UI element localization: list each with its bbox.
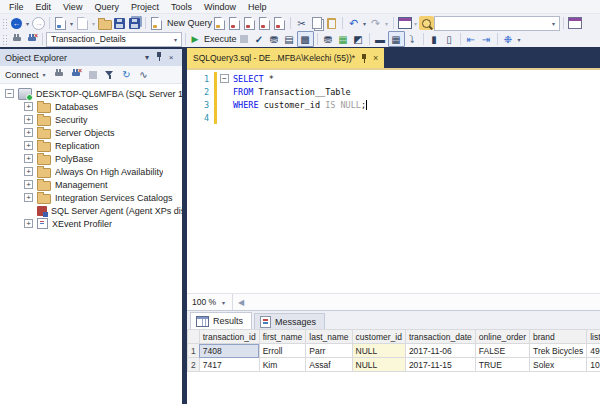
menu-window[interactable]: Window — [198, 2, 242, 12]
tree-item-management[interactable]: +Management — [0, 178, 182, 191]
results-grid[interactable]: transaction_idfirst_namelast_namecustome… — [187, 329, 600, 372]
properties-window-button[interactable] — [567, 16, 582, 30]
tree-item-replication[interactable]: +Replication — [0, 139, 182, 152]
collapse-expander-icon[interactable]: − — [5, 89, 14, 98]
grid-cell[interactable]: Parr — [306, 344, 352, 358]
column-header-transaction_date[interactable]: transaction_date — [405, 330, 475, 344]
stop-button[interactable] — [87, 68, 99, 82]
new-query-button[interactable] — [149, 16, 164, 30]
expand-icon[interactable]: + — [24, 115, 33, 124]
grid-cell[interactable]: FALSE — [475, 344, 529, 358]
grid-cell[interactable]: 1024.66 — [587, 358, 600, 372]
search-combo[interactable]: ▾ — [434, 16, 560, 31]
tree-item-server[interactable]: − DESKTOP-QL6MFBA (SQL Server 15.0.2095. — [0, 87, 182, 100]
client-stats-button[interactable]: ◩ — [351, 32, 366, 46]
code-line[interactable]: 1−SELECT * — [187, 72, 600, 85]
increase-indent-button[interactable]: ⇥ — [479, 32, 494, 46]
copy-button[interactable] — [309, 16, 324, 30]
connect-object-button[interactable] — [53, 68, 65, 82]
grid-cell[interactable]: TRUE — [475, 358, 529, 372]
save-button[interactable] — [112, 16, 127, 30]
intellisense-button[interactable]: ▩ — [297, 31, 314, 47]
results-to-text-button[interactable]: ▬ — [373, 32, 388, 46]
panel-menu-caret[interactable]: ▾ — [141, 53, 153, 62]
connect-button[interactable] — [9, 32, 24, 46]
grid-cell[interactable]: NULL — [352, 344, 405, 358]
tree-item-databases[interactable]: +Databases — [0, 100, 182, 113]
hscroll-left-arrow[interactable]: ◀ — [233, 298, 249, 307]
tab-close-icon[interactable]: × — [373, 53, 378, 63]
results-to-grid-button[interactable]: ▦ — [388, 31, 405, 47]
toolbar-overflow-button[interactable]: ▾ — [516, 36, 523, 43]
filter-button[interactable] — [104, 68, 116, 82]
tab-pin-icon[interactable] — [360, 53, 368, 64]
menu-query[interactable]: Query — [88, 2, 125, 12]
execute-label[interactable]: Execute — [204, 34, 237, 44]
connect-menu-button[interactable]: Connect ▾ — [5, 70, 48, 80]
template-parameters-button[interactable]: ❉ — [501, 32, 516, 46]
code-line[interactable]: 2FROM Transaction__Table — [187, 85, 600, 98]
column-header-online_order[interactable]: online_order — [475, 330, 529, 344]
live-stats-button[interactable]: ▦ — [336, 32, 351, 46]
uncomment-button[interactable]: ▯ — [442, 32, 457, 46]
redo-button[interactable]: ↷ — [368, 16, 383, 30]
dmx-query-button[interactable] — [242, 16, 257, 30]
grid-corner-cell[interactable] — [188, 330, 200, 344]
back-dropdown-caret[interactable]: ▾ — [24, 20, 31, 27]
new-file-button[interactable] — [53, 16, 68, 30]
zoom-caret[interactable]: ▾ — [220, 299, 227, 306]
menu-view[interactable]: View — [57, 2, 88, 12]
column-header-customer_id[interactable]: customer_id — [352, 330, 405, 344]
menu-edit[interactable]: Edit — [30, 2, 58, 12]
close-panel-button[interactable]: × — [165, 53, 177, 62]
grid-cell[interactable]: 495.72 — [587, 344, 600, 358]
find-button[interactable] — [419, 16, 434, 30]
toolbar-grip[interactable] — [2, 18, 7, 29]
document-tab-sqlquery3[interactable]: SQLQuery3.sql - DE...MFBA\Kelechi (55))*… — [187, 48, 384, 68]
paste-button[interactable] — [324, 16, 339, 30]
row-number[interactable]: 2 — [188, 358, 200, 372]
grid-cell[interactable]: Trek Bicycles — [530, 344, 587, 358]
tab-results[interactable]: Results — [190, 312, 252, 329]
available-databases-combo[interactable]: Transaction_Details ▾ — [46, 32, 182, 47]
expand-icon[interactable]: + — [24, 167, 33, 176]
save-all-button[interactable] — [127, 16, 142, 30]
mdx-query-button[interactable] — [227, 16, 242, 30]
refresh-button[interactable]: ↻ — [121, 68, 133, 82]
column-header-list_price[interactable]: list_price — [587, 330, 600, 344]
search-combo-caret[interactable]: ▾ — [550, 20, 557, 27]
database-engine-query-button[interactable] — [212, 16, 227, 30]
database-combo-caret[interactable]: ▾ — [172, 36, 179, 43]
column-header-transaction_id[interactable]: transaction_id — [199, 330, 259, 344]
grid-cell[interactable]: 2017-11-06 — [405, 344, 475, 358]
column-header-last_name[interactable]: last_name — [306, 330, 352, 344]
cut-button[interactable]: ✂ — [294, 16, 309, 30]
comment-button[interactable]: ▮ — [427, 32, 442, 46]
expand-icon[interactable]: + — [24, 141, 33, 150]
disconnect-button[interactable]: × — [70, 68, 82, 82]
code-line[interactable]: 4 — [187, 111, 600, 124]
expand-icon[interactable]: + — [24, 128, 33, 137]
grid-cell[interactable]: Solex — [530, 358, 587, 372]
results-to-file-button[interactable]: ⤵ — [405, 32, 420, 46]
grid-cell[interactable]: Kim — [259, 358, 306, 372]
expand-icon[interactable]: + — [24, 219, 33, 228]
change-connection-button[interactable]: × — [24, 32, 39, 46]
menu-help[interactable]: Help — [242, 2, 273, 12]
zoom-control[interactable]: 100 % ▾ — [187, 294, 233, 310]
tree-item-security[interactable]: +Security — [0, 113, 182, 126]
add-item-button[interactable] — [75, 16, 90, 30]
tree-item-integration-services-catalogs[interactable]: +Integration Services Catalogs — [0, 191, 182, 204]
new-file-caret[interactable]: ▾ — [68, 20, 75, 27]
add-item-caret[interactable]: ▾ — [90, 20, 97, 27]
fold-collapse-icon[interactable]: − — [220, 74, 229, 83]
code-editor[interactable]: 1−SELECT *2FROM Transaction__Table3WHERE… — [187, 70, 600, 293]
tree-item-xevent-profiler[interactable]: +XEvent Profiler — [0, 217, 182, 230]
pin-button[interactable] — [153, 51, 165, 64]
row-number[interactable]: 1 — [188, 344, 200, 358]
expand-icon[interactable]: + — [24, 102, 33, 111]
tree-item-polybase[interactable]: +PolyBase — [0, 152, 182, 165]
grid-cell[interactable]: Erroll — [259, 344, 306, 358]
column-header-brand[interactable]: brand — [530, 330, 587, 344]
parse-button[interactable]: ✓ — [252, 32, 267, 46]
